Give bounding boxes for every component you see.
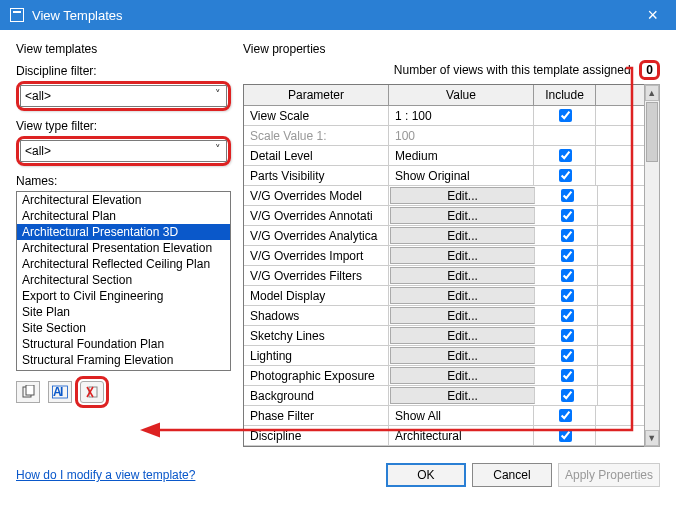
list-item[interactable]: Export to Civil Engineering: [17, 288, 230, 304]
param-cell: V/G Overrides Model: [244, 186, 389, 205]
scroll-thumb[interactable]: [646, 102, 658, 162]
edit-button[interactable]: Edit...: [390, 347, 535, 364]
edit-button[interactable]: Edit...: [390, 367, 535, 384]
close-icon[interactable]: ×: [639, 5, 666, 26]
include-cell: [534, 146, 596, 165]
edit-button[interactable]: Edit...: [390, 327, 535, 344]
param-cell: V/G Overrides Import: [244, 246, 389, 265]
param-cell: View Scale: [244, 106, 389, 125]
edit-button[interactable]: Edit...: [390, 267, 535, 284]
list-item[interactable]: Architectural Section: [17, 272, 230, 288]
include-checkbox[interactable]: [561, 209, 574, 222]
table-row: Model DisplayEdit...: [244, 286, 644, 306]
include-checkbox[interactable]: [559, 109, 572, 122]
include-checkbox[interactable]: [561, 389, 574, 402]
table-row: ShadowsEdit...: [244, 306, 644, 326]
edit-button[interactable]: Edit...: [390, 307, 535, 324]
edit-button[interactable]: Edit...: [390, 227, 535, 244]
view-type-filter-highlight: <all>: [16, 136, 231, 166]
list-item[interactable]: Structural Framing Plan: [17, 368, 230, 371]
list-item[interactable]: Architectural Presentation 3D: [17, 224, 230, 240]
include-cell: [536, 346, 598, 365]
param-cell: Phase Filter: [244, 406, 389, 425]
include-checkbox[interactable]: [561, 329, 574, 342]
titlebar: View Templates ×: [0, 0, 676, 30]
table-row: Parts VisibilityShow Original: [244, 166, 644, 186]
names-label: Names:: [16, 174, 231, 188]
include-checkbox[interactable]: [561, 309, 574, 322]
scroll-down-icon[interactable]: ▼: [645, 430, 659, 446]
list-item[interactable]: Architectural Plan: [17, 208, 230, 224]
param-cell: Background: [244, 386, 389, 405]
include-cell: [536, 206, 598, 225]
param-cell: Detail Level: [244, 146, 389, 165]
edit-button[interactable]: Edit...: [390, 207, 535, 224]
include-checkbox[interactable]: [561, 349, 574, 362]
include-cell: [536, 366, 598, 385]
include-checkbox[interactable]: [561, 369, 574, 382]
discipline-filter-select[interactable]: <all>: [20, 85, 227, 107]
edit-button[interactable]: Edit...: [390, 247, 535, 264]
include-checkbox[interactable]: [561, 249, 574, 262]
assigned-count-label: Number of views with this template assig…: [394, 63, 634, 77]
table-row: V/G Overrides AnalyticaEdit...: [244, 226, 644, 246]
list-item[interactable]: Architectural Presentation Elevation: [17, 240, 230, 256]
include-checkbox[interactable]: [559, 429, 572, 442]
value-cell[interactable]: Show Original: [389, 166, 534, 185]
help-link[interactable]: How do I modify a view template?: [16, 468, 195, 482]
include-cell: [536, 226, 598, 245]
include-checkbox[interactable]: [561, 189, 574, 202]
edit-button[interactable]: Edit...: [390, 387, 535, 404]
table-row: Phase FilterShow All: [244, 406, 644, 426]
names-listbox[interactable]: Architectural ElevationArchitectural Pla…: [16, 191, 231, 371]
header-value: Value: [389, 85, 534, 105]
param-cell: Parts Visibility: [244, 166, 389, 185]
header-parameter: Parameter: [244, 85, 389, 105]
scroll-up-icon[interactable]: ▲: [645, 85, 659, 101]
list-item[interactable]: Structural Foundation Plan: [17, 336, 230, 352]
ok-button[interactable]: OK: [386, 463, 466, 487]
svg-rect-1: [26, 385, 34, 395]
cancel-button[interactable]: Cancel: [472, 463, 552, 487]
view-templates-group-label: View templates: [16, 42, 231, 56]
rename-icon[interactable]: AI: [48, 381, 72, 403]
edit-button[interactable]: Edit...: [390, 187, 535, 204]
param-cell: V/G Overrides Annotati: [244, 206, 389, 225]
value-cell[interactable]: 1 : 100: [389, 106, 534, 125]
include-checkbox[interactable]: [561, 269, 574, 282]
param-cell: Shadows: [244, 306, 389, 325]
table-row: BackgroundEdit...: [244, 386, 644, 406]
param-cell: V/G Overrides Analytica: [244, 226, 389, 245]
table-row: Sketchy LinesEdit...: [244, 326, 644, 346]
window-title: View Templates: [32, 8, 639, 23]
value-cell[interactable]: Architectural: [389, 426, 534, 445]
list-item[interactable]: Site Section: [17, 320, 230, 336]
include-checkbox[interactable]: [561, 289, 574, 302]
list-item[interactable]: Site Plan: [17, 304, 230, 320]
param-cell: Sketchy Lines: [244, 326, 389, 345]
include-checkbox[interactable]: [559, 149, 572, 162]
table-row: View Scale1 : 100: [244, 106, 644, 126]
duplicate-icon[interactable]: [16, 381, 40, 403]
list-item[interactable]: Architectural Elevation: [17, 192, 230, 208]
table-row: V/G Overrides ModelEdit...: [244, 186, 644, 206]
value-cell: 100: [389, 126, 534, 145]
value-cell[interactable]: Show All: [389, 406, 534, 425]
delete-icon[interactable]: [80, 381, 104, 403]
svg-text:I: I: [60, 385, 63, 399]
param-cell: Photographic Exposure: [244, 366, 389, 385]
view-properties-group-label: View properties: [243, 42, 660, 56]
list-item[interactable]: Structural Framing Elevation: [17, 352, 230, 368]
view-type-filter-select[interactable]: <all>: [20, 140, 227, 162]
param-cell: Discipline: [244, 426, 389, 445]
include-checkbox[interactable]: [559, 169, 572, 182]
grid-scrollbar[interactable]: ▲ ▼: [644, 84, 660, 447]
include-cell: [536, 186, 598, 205]
list-item[interactable]: Architectural Reflected Ceiling Plan: [17, 256, 230, 272]
include-checkbox[interactable]: [561, 229, 574, 242]
apply-properties-button: Apply Properties: [558, 463, 660, 487]
include-checkbox[interactable]: [559, 409, 572, 422]
include-cell: [536, 266, 598, 285]
value-cell[interactable]: Medium: [389, 146, 534, 165]
edit-button[interactable]: Edit...: [390, 287, 535, 304]
